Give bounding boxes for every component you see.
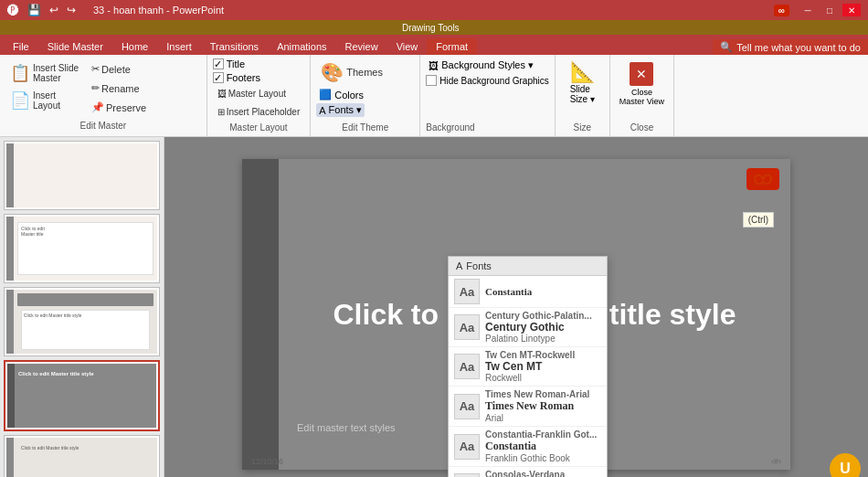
delete-icon: ✂ bbox=[91, 63, 100, 75]
quick-access-toolbar: 💾 ↩ ↪ bbox=[25, 3, 79, 17]
insert-slide-master-btn[interactable]: 📋 Insert SlideMaster bbox=[5, 60, 83, 86]
slide-thumb-1[interactable]: 1 bbox=[4, 141, 160, 210]
master-layout-icon: 🖼 bbox=[217, 89, 227, 99]
footer-date: 12/10/16 bbox=[251, 457, 283, 466]
minimize-btn[interactable]: ─ bbox=[799, 4, 817, 16]
themes-btn[interactable]: 🎨 Themes bbox=[316, 58, 387, 86]
master-layout-btn[interactable]: 🖼Master Layout bbox=[213, 86, 291, 101]
font-names-4: Times New Roman-Arial Times New Roman Ar… bbox=[485, 389, 601, 423]
title-checkbox[interactable]: ✓ bbox=[213, 58, 224, 69]
ribbon: 📋 Insert SlideMaster 📄 InsertLayout ✂Del… bbox=[0, 55, 868, 137]
fonts-dropdown: A Fonts Aa Constantia Aa Century Gothic-… bbox=[448, 256, 608, 477]
font-item-times-new-roman[interactable]: Aa Times New Roman-Arial Times New Roman… bbox=[449, 387, 607, 427]
window-title: 33 - hoan thanh - PowerPoint bbox=[93, 5, 224, 16]
redo-btn[interactable]: ↪ bbox=[64, 3, 79, 17]
window-controls: ∞ ─ □ ✕ bbox=[774, 4, 861, 16]
hide-bg-row: Hide Background Graphics bbox=[426, 75, 549, 86]
slide-thumb-2[interactable]: 2 Click to editMaster title bbox=[4, 214, 160, 283]
slide-panel: 1 2 Click to editMaster title 3 Click to… bbox=[0, 137, 164, 477]
font-aa-4: Aa bbox=[454, 394, 480, 419]
font-item-constantia-franklin[interactable]: Aa Constantia-Franklin Got... Constantia… bbox=[449, 427, 607, 467]
app-icon: 🅟 bbox=[7, 4, 19, 17]
search-icon: 🔍 bbox=[720, 41, 733, 53]
delete-btn[interactable]: ✂Delete bbox=[87, 60, 151, 78]
master-layout-group: ✓ Title ✓ Footers 🖼Master Layout ⊞Insert… bbox=[207, 55, 312, 136]
rename-btn[interactable]: ✏Rename bbox=[87, 80, 151, 97]
insert-placeholder-btn[interactable]: ⊞Insert Placeholder bbox=[213, 104, 305, 120]
close-master-view-btn[interactable]: ✕ CloseMaster View bbox=[616, 58, 668, 110]
footers-checkbox-row: ✓ Footers bbox=[213, 72, 260, 83]
unica-bottom-logo: U bbox=[830, 453, 861, 477]
font-item-tw-cen[interactable]: Aa Tw Cen MT-Rockwell Tw Cen MT Rockwell bbox=[449, 347, 607, 387]
thumb-1-content bbox=[6, 143, 157, 207]
tab-view[interactable]: View bbox=[387, 38, 428, 55]
close-btn[interactable]: ✕ bbox=[842, 4, 861, 16]
font-aa-5: Aa bbox=[454, 434, 480, 460]
close-icon[interactable]: ✕ bbox=[630, 62, 653, 86]
colors-btn[interactable]: 🟦 Colors bbox=[316, 88, 366, 101]
colors-icon: 🟦 bbox=[319, 89, 332, 101]
font-aa-6: Aa bbox=[454, 473, 480, 477]
preserve-btn[interactable]: 📌Preserve bbox=[87, 99, 151, 116]
tab-file[interactable]: File bbox=[4, 38, 38, 55]
slide-thumb-5[interactable]: 5 Click to edit Master title style bbox=[4, 435, 160, 477]
fonts-header: A Fonts bbox=[449, 257, 607, 276]
tab-slide-master[interactable]: Slide Master bbox=[38, 38, 112, 55]
drawing-tools-bar: Drawing Tools bbox=[0, 20, 868, 35]
background-group: 🖼 Background Styles ▾ Hide Background Gr… bbox=[420, 55, 556, 136]
font-item-constantia[interactable]: Aa Constantia bbox=[449, 276, 607, 308]
slide-thumb-3[interactable]: 3 Click to edit Master title style bbox=[4, 287, 160, 356]
maximize-btn[interactable]: □ bbox=[820, 4, 839, 16]
unica-logo-top: ∞ bbox=[774, 5, 789, 16]
edit-master-subtitle: Edit master text styles bbox=[297, 422, 396, 433]
tab-animations[interactable]: Animations bbox=[268, 38, 335, 55]
undo-btn[interactable]: ↩ bbox=[47, 3, 61, 17]
thumb-5-content: Click to edit Master title style bbox=[6, 438, 157, 477]
tell-me-box[interactable]: 🔍 Tell me what you want to do bbox=[713, 39, 868, 55]
size-group: 📐 SlideSize ▾ Size bbox=[556, 55, 610, 136]
ctrl-bubble: (Ctrl) bbox=[743, 212, 774, 228]
insert-slide-icon: 📋 bbox=[10, 63, 30, 83]
close-group: ✕ CloseMaster View Close bbox=[610, 55, 674, 136]
drawing-tools-label: Drawing Tools bbox=[402, 23, 460, 33]
tab-transitions[interactable]: Transitions bbox=[201, 38, 268, 55]
tell-me-placeholder: Tell me what you want to do bbox=[736, 42, 861, 53]
tab-format[interactable]: Format bbox=[427, 38, 477, 55]
save-btn[interactable]: 💾 bbox=[25, 3, 44, 17]
font-names-1: Constantia bbox=[485, 286, 601, 297]
slide-size-btn[interactable]: 📐 SlideSize ▾ bbox=[565, 58, 600, 106]
footers-checkbox[interactable]: ✓ bbox=[213, 72, 224, 83]
fonts-header-label: Fonts bbox=[466, 260, 492, 271]
title-checkbox-row: ✓ Title bbox=[213, 58, 245, 69]
fonts-icon: A bbox=[319, 105, 325, 116]
slide-size-icon: 📐 bbox=[570, 60, 595, 84]
background-styles-btn[interactable]: 🖼 Background Styles ▾ bbox=[426, 58, 549, 72]
edit-master-label: Edit Master bbox=[5, 121, 201, 131]
fonts-btn[interactable]: A Fonts ▾ bbox=[316, 103, 365, 117]
slide-left-strip bbox=[242, 159, 279, 470]
background-label: Background bbox=[426, 122, 474, 132]
hide-bg-label: Hide Background Graphics bbox=[439, 76, 549, 86]
tab-home[interactable]: Home bbox=[112, 38, 157, 55]
font-item-consolas[interactable]: Aa Consolas-Verdana Consolas Verdana bbox=[449, 467, 607, 477]
rename-icon: ✏ bbox=[91, 82, 100, 94]
edit-master-group: 📋 Insert SlideMaster 📄 InsertLayout ✂Del… bbox=[0, 55, 207, 136]
font-aa-2: Aa bbox=[454, 314, 480, 340]
ribbon-tabs: File Slide Master Home Insert Transition… bbox=[0, 35, 868, 55]
hide-bg-checkbox[interactable] bbox=[426, 75, 437, 86]
insert-layout-icon: 📄 bbox=[10, 90, 30, 111]
unica-slide-logo bbox=[746, 168, 779, 190]
font-names-3: Tw Cen MT-Rockwell Tw Cen MT Rockwell bbox=[485, 350, 601, 383]
tab-insert[interactable]: Insert bbox=[157, 38, 201, 55]
insert-placeholder-icon: ⊞ bbox=[217, 107, 225, 117]
thumb-2-content: Click to editMaster title bbox=[6, 217, 157, 281]
font-names-2: Century Gothic-Palatin... Century Gothic… bbox=[485, 311, 601, 344]
footer-page: ‹#› bbox=[771, 457, 781, 466]
font-item-century-gothic[interactable]: Aa Century Gothic-Palatin... Century Got… bbox=[449, 308, 607, 347]
edit-theme-label: Edit Theme bbox=[342, 122, 388, 132]
slide-thumb-4[interactable]: 4 Click to edit Master title style bbox=[4, 360, 160, 431]
thumb-3-content: Click to edit Master title style bbox=[6, 290, 157, 354]
bg-styles-icon: 🖼 bbox=[429, 60, 439, 71]
tab-review[interactable]: Review bbox=[336, 38, 387, 55]
insert-layout-btn[interactable]: 📄 InsertLayout bbox=[5, 88, 83, 113]
